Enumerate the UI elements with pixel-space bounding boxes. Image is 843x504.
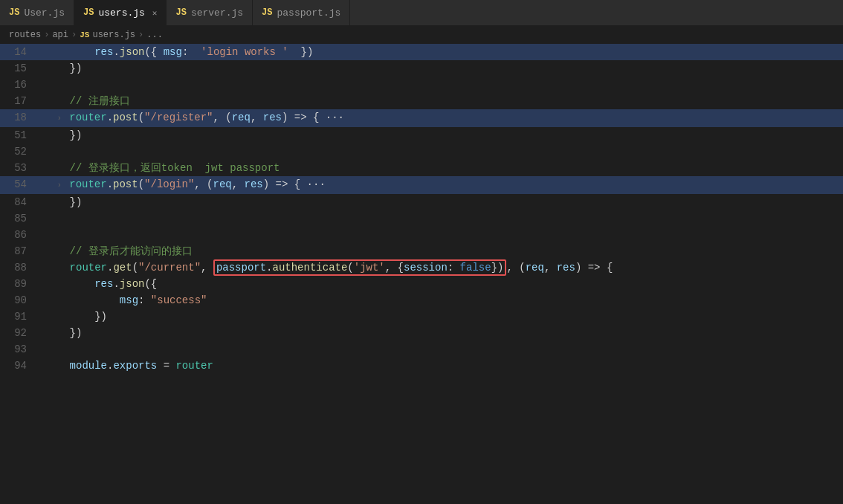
line-number-85: 85: [0, 210, 39, 227]
breadcrumb: routes › api › JS users.js › ...: [0, 26, 843, 44]
line-number-88: 88: [0, 259, 39, 276]
line-content-14: res.json({ msg: 'login works ' }): [39, 44, 843, 60]
line-content-84: }): [39, 194, 843, 210]
line-number-53: 53: [0, 160, 39, 176]
code-line-92: 92 }): [0, 325, 843, 341]
line-number-84: 84: [0, 194, 39, 210]
code-line-84: 84 }): [0, 194, 843, 210]
line-content-53: // 登录接口，返回token jwt passport: [39, 160, 843, 176]
breadcrumb-file: JS users.js: [80, 30, 135, 40]
js-icon: JS: [262, 7, 272, 18]
breadcrumb-ellipsis: ...: [146, 30, 163, 40]
code-line-88: 88 router.get("/current", passport.authe…: [0, 259, 843, 276]
line-content-15: }): [39, 60, 843, 77]
breadcrumb-routes: routes: [9, 30, 41, 40]
tab-label: passport.js: [277, 7, 341, 19]
line-content-92: }): [39, 325, 843, 341]
tab-label: server.js: [191, 7, 243, 19]
line-number-54: 54: [0, 176, 39, 193]
line-content-17: // 注册接口: [39, 93, 843, 109]
tab-passport-js[interactable]: JS passport.js: [253, 0, 350, 25]
line-number-16: 16: [0, 77, 39, 93]
code-line-52: 52: [0, 143, 843, 160]
tab-label: User.js: [24, 7, 65, 19]
code-line-14: 14 res.json({ msg: 'login works ' }): [0, 44, 843, 60]
tab-close-button[interactable]: ✕: [152, 8, 158, 18]
line-number-51: 51: [0, 127, 39, 143]
line-content-91: }): [39, 308, 843, 325]
breadcrumb-api: api: [52, 30, 68, 40]
tab-users-js[interactable]: JS users.js ✕: [74, 0, 167, 25]
line-content-54: › router.post("/login", (req, res) => { …: [39, 176, 843, 194]
line-content-51: }): [39, 127, 843, 143]
tab-label: users.js: [98, 7, 144, 19]
tab-bar: JS User.js JS users.js ✕ JS server.js JS…: [0, 0, 843, 26]
code-line-53: 53 // 登录接口，返回token jwt passport: [0, 160, 843, 176]
line-number-17: 17: [0, 93, 39, 109]
line-number-93: 93: [0, 341, 39, 358]
js-icon: JS: [9, 7, 19, 18]
code-line-16: 16: [0, 77, 843, 93]
line-number-18: 18: [0, 109, 39, 126]
line-content-87: // 登录后才能访问的接口: [39, 243, 843, 259]
code-line-18: 18 › router.post("/register", (req, res)…: [0, 109, 843, 127]
line-number-91: 91: [0, 308, 39, 325]
code-line-15: 15 }): [0, 60, 843, 77]
line-number-89: 89: [0, 276, 39, 292]
code-line-94: 94 module.exports = router: [0, 358, 843, 374]
code-line-89: 89 res.json({: [0, 276, 843, 292]
line-number-86: 86: [0, 227, 39, 243]
line-number-87: 87: [0, 243, 39, 259]
code-line-54: 54 › router.post("/login", (req, res) =>…: [0, 176, 843, 194]
code-line-86: 86: [0, 227, 843, 243]
line-number-94: 94: [0, 358, 39, 374]
code-line-91: 91 }): [0, 308, 843, 325]
line-content-18: › router.post("/register", (req, res) =>…: [39, 109, 843, 127]
line-number-14: 14: [0, 44, 39, 60]
line-number-52: 52: [0, 143, 39, 160]
js-icon: JS: [80, 30, 89, 39]
line-content-88: router.get("/current", passport.authenti…: [39, 259, 843, 276]
line-number-90: 90: [0, 292, 39, 308]
line-content-89: res.json({: [39, 276, 843, 292]
line-content-94: module.exports = router: [39, 358, 843, 374]
tab-user-js[interactable]: JS User.js: [0, 0, 74, 25]
line-number-15: 15: [0, 60, 39, 77]
code-line-17: 17 // 注册接口: [0, 93, 843, 109]
js-icon: JS: [83, 7, 94, 18]
js-icon: JS: [175, 7, 186, 18]
code-line-87: 87 // 登录后才能访问的接口: [0, 243, 843, 259]
tab-server-js[interactable]: JS server.js: [167, 0, 253, 25]
code-line-90: 90 msg: "success": [0, 292, 843, 308]
code-line-51: 51 }): [0, 127, 843, 143]
line-content-90: msg: "success": [39, 292, 843, 308]
code-editor: 14 res.json({ msg: 'login works ' }) 15 …: [0, 44, 843, 504]
line-number-92: 92: [0, 325, 39, 341]
code-line-85: 85: [0, 210, 843, 227]
code-line-93: 93: [0, 341, 843, 358]
